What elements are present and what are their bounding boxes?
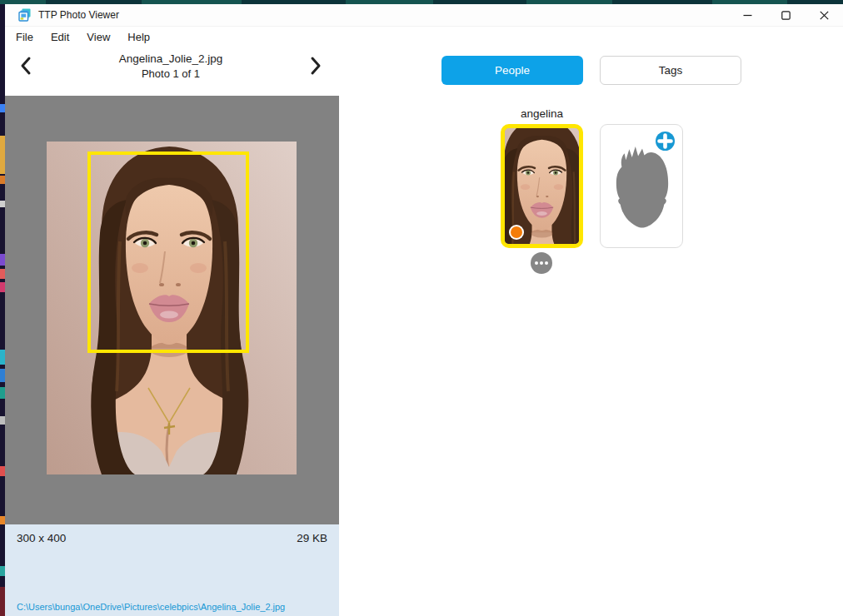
orange-dot-badge (511, 226, 522, 238)
ellipsis-icon[interactable] (531, 252, 552, 274)
photo-viewer-canvas (5, 96, 339, 524)
tab-tags[interactable]: Tags (600, 56, 741, 85)
person-name-label: angelina (501, 107, 583, 120)
status-panel: 300 x 400 29 KB C:\Users\bunga\OneDrive\… (5, 524, 339, 616)
file-path: C:\Users\bunga\OneDrive\Pictures\celebpi… (17, 602, 285, 612)
plus-icon[interactable] (656, 132, 675, 151)
menu-view[interactable]: View (84, 29, 112, 45)
photo-filename: Angelina_Jolie_2.jpg (46, 52, 296, 67)
image-dimensions: 300 x 400 (17, 532, 66, 544)
chevron-right-icon[interactable] (307, 55, 324, 77)
title-bar: TTP Photo Viewer (5, 4, 843, 26)
photo-caption: Angelina_Jolie_2.jpg Photo 1 of 1 (46, 52, 296, 81)
menu-file[interactable]: File (13, 29, 36, 45)
face-detection-box (87, 152, 249, 353)
menu-help[interactable]: Help (125, 29, 152, 45)
person-face-thumbnail[interactable] (501, 124, 583, 248)
window-title: TTP Photo Viewer (38, 9, 119, 21)
menu-bar: File Edit View Help (5, 26, 843, 47)
menu-edit[interactable]: Edit (48, 29, 72, 45)
maximize-icon[interactable] (766, 4, 805, 26)
photo-counter: Photo 1 of 1 (46, 67, 296, 81)
photo-stack-icon (18, 8, 32, 22)
file-size: 29 KB (297, 532, 327, 544)
add-person-card[interactable] (600, 124, 683, 248)
minimize-icon[interactable] (728, 4, 766, 26)
chevron-left-icon[interactable] (17, 55, 34, 77)
tab-people[interactable]: People (441, 56, 583, 85)
close-icon[interactable] (805, 4, 843, 26)
photo-image (47, 142, 297, 474)
